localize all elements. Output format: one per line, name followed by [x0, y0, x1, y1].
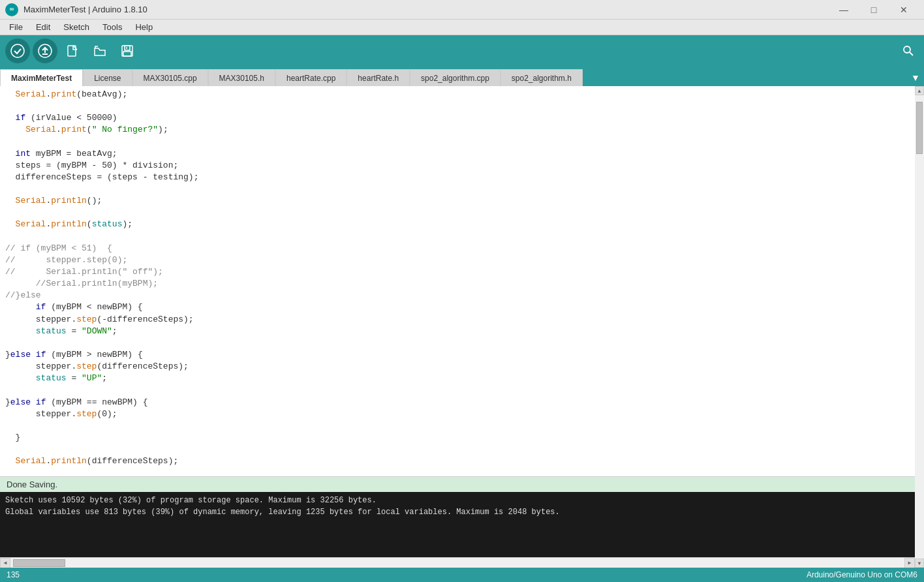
code-line [0, 337, 915, 349]
scroll-right-button[interactable]: ▶ [904, 558, 915, 568]
code-line [0, 183, 915, 195]
menu-bar: File Edit Sketch Tools Help [0, 20, 924, 35]
code-line: Serial.println(status); [0, 219, 915, 230]
tabs-dropdown-button[interactable]: ▼ [907, 69, 924, 86]
editor-container: Serial.print(beatAvg); if (irValue < 500… [0, 86, 915, 568]
upload-icon [38, 44, 52, 58]
code-line: }else if (myBPM > newBPM) { [0, 349, 915, 361]
new-icon [65, 44, 80, 58]
code-line [0, 467, 915, 476]
code-line: stepper.step(differenceSteps); [0, 361, 915, 373]
open-button[interactable] [87, 38, 112, 63]
scroll-up-button[interactable]: ▲ [915, 86, 924, 95]
maximize-button[interactable]: □ [859, 0, 889, 20]
code-line: // stepper.step(0); [0, 254, 915, 266]
svg-line-9 [910, 52, 913, 55]
tab-maximmetertest[interactable]: MaximMeterTest [0, 69, 83, 86]
code-line: Serial.println(differenceSteps); [0, 455, 915, 467]
save-icon [120, 44, 134, 58]
console-line-1: Sketch uses 10592 bytes (32%) of program… [5, 495, 910, 506]
horizontal-scrollbar[interactable]: ◀ ▶ [0, 557, 915, 568]
title-bar-left: ∞ MaximMeterTest | Arduino 1.8.10 [5, 3, 147, 16]
menu-tools[interactable]: Tools [96, 21, 129, 33]
console-line-2: Global variables use 813 bytes (39%) of … [5, 506, 910, 518]
code-line [0, 136, 915, 148]
code-line [0, 420, 915, 432]
tabs-bar: MaximMeterTest License MAX30105.cpp MAX3… [0, 67, 924, 86]
status-bar: 135 Arduino/Genuino Uno on COM6 [0, 568, 924, 582]
done-saving-text: Done Saving. [7, 480, 57, 489]
code-line: Serial.print(beatAvg); [0, 89, 915, 100]
open-icon [93, 44, 107, 58]
title-bar-controls: — □ ✕ [829, 0, 919, 20]
line-number: 135 [7, 570, 20, 579]
code-line [0, 207, 915, 219]
menu-file[interactable]: File [3, 21, 29, 33]
code-line: if (irValue < 50000) [0, 112, 915, 124]
done-saving-bar: Done Saving. [0, 476, 915, 492]
tab-heartrateh[interactable]: heartRate.h [346, 69, 410, 86]
upload-button[interactable] [33, 38, 57, 63]
scroll-thumb[interactable] [13, 559, 65, 567]
code-line: stepper.step(-differenceSteps); [0, 314, 915, 326]
tab-heartratecpp[interactable]: heartRate.cpp [275, 69, 346, 86]
title-bar-title: MaximMeterTest | Arduino 1.8.10 [23, 5, 147, 14]
code-line: status = "UP"; [0, 373, 915, 384]
tab-max30105cpp[interactable]: MAX30105.cpp [132, 69, 208, 86]
scroll-left-button[interactable]: ◀ [0, 558, 10, 568]
app-logo: ∞ [5, 3, 18, 16]
svg-rect-5 [125, 46, 130, 50]
code-line: Serial.println(); [0, 195, 915, 207]
console-area[interactable]: Sketch uses 10592 bytes (32%) of program… [0, 492, 915, 557]
scroll-v-thumb[interactable] [916, 102, 923, 154]
code-line: }else if (myBPM == newBPM) { [0, 397, 915, 408]
code-line [0, 385, 915, 397]
title-bar: ∞ MaximMeterTest | Arduino 1.8.10 — □ ✕ [0, 0, 924, 20]
code-line: // Serial.println(" off"); [0, 266, 915, 278]
menu-sketch[interactable]: Sketch [57, 21, 96, 33]
close-button[interactable]: ✕ [889, 0, 919, 20]
scroll-track[interactable] [10, 558, 904, 568]
vertical-scrollbar[interactable]: ▲ ▼ [915, 86, 924, 568]
toolbar [0, 35, 924, 67]
code-line: differenceSteps = (steps - testing); [0, 172, 915, 183]
main-area: Serial.print(beatAvg); if (irValue < 500… [0, 86, 924, 568]
svg-point-0 [11, 44, 24, 57]
board-info: Arduino/Genuino Uno on COM6 [807, 570, 917, 579]
svg-rect-6 [123, 52, 131, 56]
code-line: Serial.print(" No finger?"); [0, 124, 915, 136]
code-line [0, 100, 915, 112]
code-line [0, 231, 915, 243]
tab-license[interactable]: License [83, 69, 132, 86]
code-line: stepper.step(0); [0, 408, 915, 420]
search-icon [902, 44, 915, 57]
code-line: } [0, 432, 915, 444]
code-line: if (myBPM < newBPM) { [0, 301, 915, 313]
menu-help[interactable]: Help [129, 21, 159, 33]
menu-edit[interactable]: Edit [29, 21, 57, 33]
code-line: //}else [0, 290, 915, 301]
svg-point-8 [904, 46, 910, 53]
tab-spo2cpp[interactable]: spo2_algorithm.cpp [410, 69, 501, 86]
code-line: int myBPM = beatAvg; [0, 148, 915, 160]
code-line: //Serial.println(myBPM); [0, 278, 915, 290]
tab-spo2h[interactable]: spo2_algorithm.h [501, 69, 583, 86]
tab-max30105h[interactable]: MAX30105.h [208, 69, 275, 86]
code-line: steps = (myBPM - 50) * division; [0, 160, 915, 172]
verify-icon [10, 44, 25, 58]
minimize-button[interactable]: — [829, 0, 859, 20]
code-line: status = "DOWN"; [0, 326, 915, 337]
scroll-down-button[interactable]: ▼ [915, 559, 924, 568]
verify-button[interactable] [5, 38, 30, 63]
code-line [0, 444, 915, 455]
search-button[interactable] [898, 40, 919, 61]
save-button[interactable] [115, 38, 140, 63]
code-editor[interactable]: Serial.print(beatAvg); if (irValue < 500… [0, 86, 915, 476]
code-line: // if (myBPM < 51) { [0, 243, 915, 254]
scroll-v-track[interactable] [915, 95, 924, 559]
new-button[interactable] [60, 38, 85, 63]
